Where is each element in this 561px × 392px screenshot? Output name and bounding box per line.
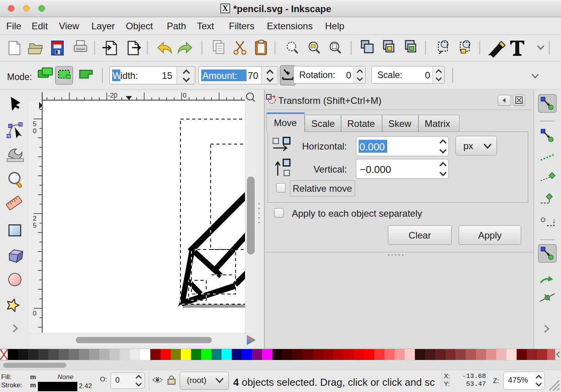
svg-text:0: 0 [183,92,186,99]
svg-text:2: 2 [33,215,36,222]
svg-text:0: 0 [33,310,36,317]
svg-text:0: 0 [33,127,36,135]
svg-text:5: 5 [33,222,36,229]
svg-text:-20: -20 [108,92,118,99]
svg-text:5: 5 [33,120,36,128]
